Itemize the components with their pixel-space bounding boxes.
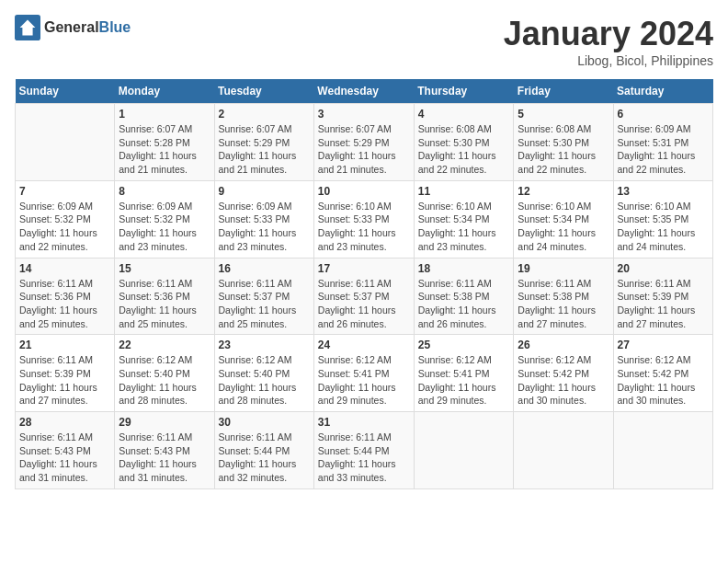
calendar-week-row: 1Sunrise: 6:07 AMSunset: 5:28 PMDaylight… — [16, 104, 713, 181]
calendar-cell: 6Sunrise: 6:09 AMSunset: 5:31 PMDaylight… — [613, 104, 713, 181]
calendar-cell: 15Sunrise: 6:11 AMSunset: 5:36 PMDayligh… — [115, 258, 214, 335]
day-number: 11 — [418, 185, 510, 198]
day-number: 18 — [418, 262, 510, 275]
day-info: Sunrise: 6:11 AMSunset: 5:37 PMDaylight:… — [318, 277, 410, 331]
day-number: 10 — [318, 185, 410, 198]
day-info: Sunrise: 6:09 AMSunset: 5:32 PMDaylight:… — [119, 200, 210, 254]
day-number: 3 — [318, 108, 410, 121]
calendar-cell: 9Sunrise: 6:09 AMSunset: 5:33 PMDaylight… — [214, 180, 313, 258]
calendar-week-row: 28Sunrise: 6:11 AMSunset: 5:43 PMDayligh… — [16, 412, 713, 489]
day-number: 6 — [618, 108, 710, 121]
calendar-cell: 8Sunrise: 6:09 AMSunset: 5:32 PMDaylight… — [115, 180, 214, 258]
calendar-cell: 20Sunrise: 6:11 AMSunset: 5:39 PMDayligh… — [613, 258, 713, 335]
day-info: Sunrise: 6:11 AMSunset: 5:43 PMDaylight:… — [119, 431, 210, 485]
calendar-cell: 1Sunrise: 6:07 AMSunset: 5:28 PMDaylight… — [115, 104, 214, 181]
calendar-cell: 4Sunrise: 6:08 AMSunset: 5:30 PMDaylight… — [414, 104, 514, 181]
calendar-cell: 2Sunrise: 6:07 AMSunset: 5:29 PMDaylight… — [214, 104, 313, 181]
day-number: 14 — [19, 262, 110, 275]
day-info: Sunrise: 6:07 AMSunset: 5:28 PMDaylight:… — [119, 122, 210, 177]
col-tuesday: Tuesday — [214, 79, 313, 104]
day-number: 24 — [318, 339, 410, 351]
day-number: 23 — [219, 339, 310, 351]
day-info: Sunrise: 6:12 AMSunset: 5:41 PMDaylight:… — [318, 353, 410, 408]
calendar-cell: 5Sunrise: 6:08 AMSunset: 5:30 PMDaylight… — [514, 104, 613, 181]
col-saturday: Saturday — [613, 79, 713, 104]
logo-icon — [15, 15, 40, 40]
calendar-subtitle: Libog, Bicol, Philippines — [504, 53, 713, 68]
calendar-week-row: 14Sunrise: 6:11 AMSunset: 5:36 PMDayligh… — [16, 258, 713, 335]
day-info: Sunrise: 6:08 AMSunset: 5:30 PMDaylight:… — [518, 122, 609, 177]
calendar-cell: 7Sunrise: 6:09 AMSunset: 5:32 PMDaylight… — [16, 180, 115, 258]
day-info: Sunrise: 6:12 AMSunset: 5:40 PMDaylight:… — [119, 353, 210, 408]
calendar-cell — [16, 104, 115, 181]
day-info: Sunrise: 6:10 AMSunset: 5:34 PMDaylight:… — [518, 200, 609, 254]
calendar-cell: 27Sunrise: 6:12 AMSunset: 5:42 PMDayligh… — [613, 335, 713, 412]
day-number: 21 — [19, 339, 110, 351]
calendar-cell: 16Sunrise: 6:11 AMSunset: 5:37 PMDayligh… — [214, 258, 313, 335]
day-info: Sunrise: 6:10 AMSunset: 5:35 PMDaylight:… — [618, 200, 710, 254]
calendar-cell: 3Sunrise: 6:07 AMSunset: 5:29 PMDaylight… — [313, 104, 414, 181]
calendar-cell: 31Sunrise: 6:11 AMSunset: 5:44 PMDayligh… — [313, 412, 414, 489]
day-number: 31 — [318, 416, 410, 429]
day-info: Sunrise: 6:09 AMSunset: 5:32 PMDaylight:… — [19, 200, 110, 254]
day-number: 4 — [418, 108, 510, 121]
day-number: 22 — [119, 339, 210, 351]
day-number: 19 — [518, 262, 609, 275]
day-number: 27 — [618, 339, 710, 351]
day-number: 30 — [219, 416, 310, 429]
calendar-week-row: 21Sunrise: 6:11 AMSunset: 5:39 PMDayligh… — [16, 335, 713, 412]
calendar-header-row: Sunday Monday Tuesday Wednesday Thursday… — [16, 79, 713, 104]
calendar-cell — [514, 412, 613, 489]
calendar-cell: 25Sunrise: 6:12 AMSunset: 5:41 PMDayligh… — [414, 335, 514, 412]
day-number: 1 — [119, 108, 210, 121]
day-info: Sunrise: 6:11 AMSunset: 5:44 PMDaylight:… — [219, 431, 310, 485]
calendar-cell — [613, 412, 713, 489]
calendar-cell — [414, 412, 514, 489]
day-info: Sunrise: 6:11 AMSunset: 5:39 PMDaylight:… — [618, 277, 710, 331]
calendar-cell: 19Sunrise: 6:11 AMSunset: 5:38 PMDayligh… — [514, 258, 613, 335]
calendar-cell: 26Sunrise: 6:12 AMSunset: 5:42 PMDayligh… — [514, 335, 613, 412]
day-info: Sunrise: 6:11 AMSunset: 5:39 PMDaylight:… — [19, 353, 110, 408]
col-sunday: Sunday — [16, 79, 115, 104]
day-number: 28 — [19, 416, 110, 429]
page-header: GeneralBlue January 2024 Libog, Bicol, P… — [15, 15, 713, 68]
col-wednesday: Wednesday — [313, 79, 414, 104]
day-number: 25 — [418, 339, 510, 351]
day-info: Sunrise: 6:12 AMSunset: 5:41 PMDaylight:… — [418, 353, 510, 408]
day-info: Sunrise: 6:10 AMSunset: 5:33 PMDaylight:… — [318, 200, 410, 254]
day-info: Sunrise: 6:11 AMSunset: 5:44 PMDaylight:… — [318, 431, 410, 485]
day-number: 5 — [518, 108, 609, 121]
logo: GeneralBlue — [15, 15, 131, 40]
day-number: 2 — [219, 108, 310, 121]
day-info: Sunrise: 6:08 AMSunset: 5:30 PMDaylight:… — [418, 122, 510, 177]
day-number: 12 — [518, 185, 609, 198]
day-number: 17 — [318, 262, 410, 275]
day-info: Sunrise: 6:11 AMSunset: 5:38 PMDaylight:… — [518, 277, 609, 331]
calendar-cell: 22Sunrise: 6:12 AMSunset: 5:40 PMDayligh… — [115, 335, 214, 412]
day-number: 20 — [618, 262, 710, 275]
day-info: Sunrise: 6:11 AMSunset: 5:38 PMDaylight:… — [418, 277, 510, 331]
calendar-cell: 11Sunrise: 6:10 AMSunset: 5:34 PMDayligh… — [414, 180, 514, 258]
day-number: 9 — [219, 185, 310, 198]
day-info: Sunrise: 6:12 AMSunset: 5:42 PMDaylight:… — [518, 353, 609, 408]
day-info: Sunrise: 6:07 AMSunset: 5:29 PMDaylight:… — [219, 122, 310, 177]
day-info: Sunrise: 6:09 AMSunset: 5:33 PMDaylight:… — [219, 200, 310, 254]
title-section: January 2024 Libog, Bicol, Philippines — [504, 15, 713, 68]
col-monday: Monday — [115, 79, 214, 104]
logo-general-text: GeneralBlue — [44, 19, 131, 36]
day-info: Sunrise: 6:10 AMSunset: 5:34 PMDaylight:… — [418, 200, 510, 254]
calendar-cell: 14Sunrise: 6:11 AMSunset: 5:36 PMDayligh… — [16, 258, 115, 335]
day-info: Sunrise: 6:09 AMSunset: 5:31 PMDaylight:… — [618, 122, 710, 177]
calendar-cell: 17Sunrise: 6:11 AMSunset: 5:37 PMDayligh… — [313, 258, 414, 335]
calendar-cell: 18Sunrise: 6:11 AMSunset: 5:38 PMDayligh… — [414, 258, 514, 335]
day-info: Sunrise: 6:12 AMSunset: 5:42 PMDaylight:… — [618, 353, 710, 408]
day-info: Sunrise: 6:07 AMSunset: 5:29 PMDaylight:… — [318, 122, 410, 177]
calendar-cell: 13Sunrise: 6:10 AMSunset: 5:35 PMDayligh… — [613, 180, 713, 258]
calendar-cell: 30Sunrise: 6:11 AMSunset: 5:44 PMDayligh… — [214, 412, 313, 489]
day-number: 15 — [119, 262, 210, 275]
calendar-week-row: 7Sunrise: 6:09 AMSunset: 5:32 PMDaylight… — [16, 180, 713, 258]
day-info: Sunrise: 6:11 AMSunset: 5:36 PMDaylight:… — [19, 277, 110, 331]
calendar-cell: 21Sunrise: 6:11 AMSunset: 5:39 PMDayligh… — [16, 335, 115, 412]
day-number: 7 — [19, 185, 110, 198]
calendar-cell: 24Sunrise: 6:12 AMSunset: 5:41 PMDayligh… — [313, 335, 414, 412]
